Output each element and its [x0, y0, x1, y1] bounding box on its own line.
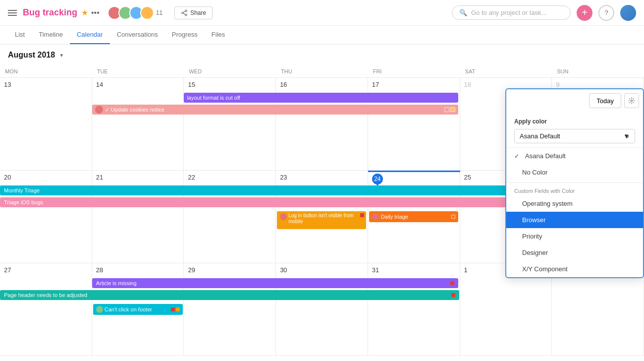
day-cell-30[interactable]: 30: [276, 263, 368, 356]
svg-line-3: [183, 13, 185, 14]
svg-line-4: [183, 11, 185, 12]
day-cell-29[interactable]: 29: [184, 263, 276, 356]
tab-progress[interactable]: Progress: [165, 26, 205, 44]
tab-conversations[interactable]: Conversations: [110, 26, 165, 44]
day-cell-20[interactable]: 20: [0, 171, 92, 263]
menu-button[interactable]: [8, 10, 17, 16]
event-daily-triage[interactable]: Daily triage: [369, 211, 458, 222]
event-update-cookies[interactable]: ✓ Update cookies notice: [92, 105, 458, 115]
event-triage-ios[interactable]: Triage iOS bugs: [0, 197, 552, 207]
calendar-container: August 2018 ▼ Mon Tue Wed Thu Fri Sat Su…: [0, 45, 644, 359]
color-dropdown-overlay: Today Apply color Asana Default ▼ Asana …: [505, 88, 644, 278]
app-header: Bug tracking ★ ••• 11 Share 🔍 Go to any …: [0, 0, 644, 26]
dropdown-item-operating-system[interactable]: Operating system: [506, 195, 643, 212]
svg-point-2: [185, 14, 187, 16]
month-dropdown-arrow[interactable]: ▼: [59, 53, 64, 58]
search-placeholder: Go to any project or task...: [471, 9, 546, 16]
day-header-mon: Mon: [0, 65, 92, 77]
dropdown-item-priority[interactable]: Priority: [506, 228, 643, 244]
dropdown-item-asana-default[interactable]: Asana Default: [506, 148, 643, 164]
dropdown-list: Asana Default No Color Custom Fields wit…: [506, 147, 643, 277]
day-cell-21[interactable]: 21: [92, 171, 184, 263]
color-select[interactable]: Asana Default ▼: [514, 129, 635, 143]
day-cell-13[interactable]: 13: [0, 78, 92, 170]
user-avatar[interactable]: [620, 5, 636, 21]
day-header-sun: Sun: [552, 65, 644, 77]
avatar: [140, 6, 154, 20]
dropdown-item-browser[interactable]: Browser: [506, 212, 643, 228]
event-monthly-triage[interactable]: Monthly Triage: [0, 185, 552, 195]
event-layout-format[interactable]: layout format is cut off: [184, 93, 458, 103]
dropdown-toolbar: Today: [506, 89, 643, 112]
tab-files[interactable]: Files: [205, 26, 232, 44]
day-header-fri: Fri: [368, 65, 460, 77]
dropdown-divider: [506, 182, 643, 183]
nav-tabs: List Timeline Calendar Conversations Pro…: [0, 26, 644, 45]
day-headers: Mon Tue Wed Thu Fri Sat Sun: [0, 65, 644, 78]
tab-calendar[interactable]: Calendar: [70, 26, 110, 44]
day-header-sat: Sat: [460, 65, 552, 77]
day-cell-16[interactable]: 16: [276, 78, 368, 170]
day-cell-22[interactable]: 22: [184, 171, 276, 263]
dropdown-item-no-color[interactable]: No Color: [506, 164, 643, 180]
search-bar[interactable]: 🔍 Go to any project or task...: [452, 5, 571, 20]
today-button[interactable]: Today: [589, 93, 621, 108]
tab-timeline[interactable]: Timeline: [32, 26, 70, 44]
header-right: 🔍 Go to any project or task... + ?: [452, 5, 636, 21]
day-header-tue: Tue: [92, 65, 184, 77]
dropdown-item-xy-component[interactable]: X/Y Component: [506, 261, 643, 277]
svg-point-0: [185, 10, 187, 12]
dropdown-group-label: Custom Fields with Color: [506, 185, 643, 195]
apply-color-section: Apply color Asana Default ▼: [506, 112, 643, 147]
project-title: Bug tracking: [23, 7, 77, 18]
day-cell-27[interactable]: 27: [0, 263, 92, 356]
day-header-wed: Wed: [184, 65, 276, 77]
day-cell-17[interactable]: 17: [368, 78, 460, 170]
day-cell-31[interactable]: 31: [368, 263, 460, 356]
svg-point-1: [182, 12, 184, 14]
avatar-group: 11: [107, 6, 162, 20]
event-login-button[interactable]: Log in button isn't visible from mobile: [277, 211, 366, 229]
more-icon[interactable]: •••: [91, 8, 100, 17]
day-cell-15[interactable]: 15: [184, 78, 276, 170]
event-page-header[interactable]: Page header needs to be adjusted: [0, 290, 459, 300]
event-article-missing[interactable]: Article is missing: [92, 278, 458, 288]
tab-list[interactable]: List: [8, 26, 32, 44]
settings-button[interactable]: [624, 93, 639, 108]
event-cant-click[interactable]: Can't click on footer: [93, 304, 183, 315]
add-button[interactable]: +: [577, 5, 592, 21]
help-button[interactable]: ?: [598, 5, 614, 21]
search-icon: 🔍: [459, 9, 467, 16]
color-select-wrapper[interactable]: Asana Default ▼: [514, 129, 635, 143]
share-button[interactable]: Share: [174, 6, 213, 19]
svg-point-5: [631, 100, 633, 102]
day-cell-14[interactable]: 14: [92, 78, 184, 170]
month-title: August 2018: [8, 51, 55, 60]
dropdown-item-designer[interactable]: Designer: [506, 244, 643, 261]
calendar-header: August 2018 ▼: [0, 45, 644, 65]
avatar-count: 11: [156, 9, 162, 16]
apply-color-label: Apply color: [514, 118, 635, 125]
star-icon[interactable]: ★: [81, 8, 88, 17]
day-header-thu: Thu: [276, 65, 368, 77]
